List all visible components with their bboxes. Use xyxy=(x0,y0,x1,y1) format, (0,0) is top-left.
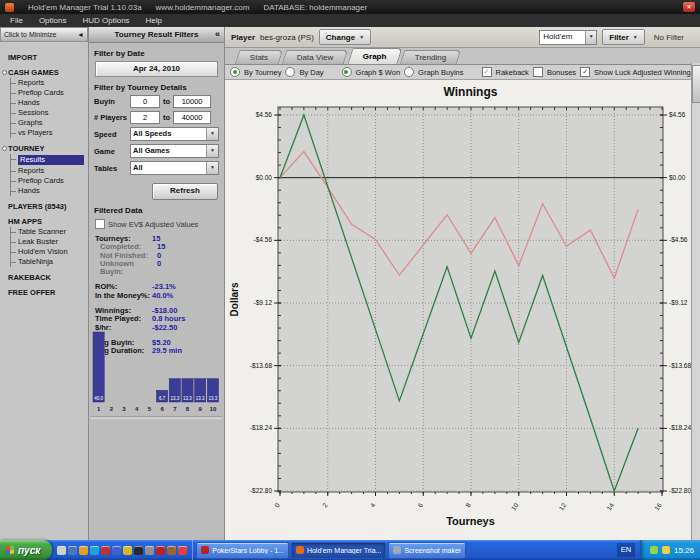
chevron-down-icon[interactable]: ▼ xyxy=(585,31,596,44)
chevron-down-icon: ▼ xyxy=(633,34,638,40)
sidebar-section-import[interactable]: IMPORT xyxy=(8,53,88,62)
svg-text:6: 6 xyxy=(160,406,164,412)
svg-text:-$13.68: -$13.68 xyxy=(250,362,272,369)
svg-text:8: 8 xyxy=(186,406,190,412)
tab-strip: Stats Data View Graph Trending xyxy=(225,48,700,65)
sidebar-section-free-offer[interactable]: FREE OFFER xyxy=(8,288,88,297)
tray-volume-icon[interactable] xyxy=(662,546,670,554)
bonuses-checkbox[interactable] xyxy=(533,67,543,77)
date-filter-button[interactable]: Apr 24, 2010 xyxy=(95,61,218,77)
tab-graph[interactable]: Graph xyxy=(347,48,402,64)
speed-filter-row: Speed All Speeds ▼ xyxy=(94,127,219,141)
change-player-button[interactable]: Change ▼ xyxy=(319,29,371,45)
sidebar-item-hands[interactable]: Hands xyxy=(11,98,88,108)
by-tourney-radio[interactable] xyxy=(230,67,240,77)
quicklaunch-icon-9[interactable] xyxy=(145,546,154,555)
by-day-radio[interactable] xyxy=(285,67,295,77)
tables-select[interactable]: All ▼ xyxy=(130,161,219,175)
sidebar-item-leak-buster[interactable]: Leak Buster xyxy=(11,237,88,247)
game-select[interactable]: All Games ▼ xyxy=(130,144,219,158)
menu-file[interactable]: File xyxy=(10,16,23,25)
task-buttons: PokerStars Lobby - 1...Hold'em Manager T… xyxy=(193,542,466,559)
ev-adjusted-checkbox[interactable] xyxy=(95,219,105,229)
quicklaunch-icon-6[interactable] xyxy=(112,546,121,555)
start-button[interactable]: пуск xyxy=(0,540,52,560)
sidebar: Click to Minimize ◄ IMPORTCASH GAMESRepo… xyxy=(0,27,89,540)
stat-row-in-the-money: In the Money%:40.0% xyxy=(95,292,218,300)
svg-text:10: 10 xyxy=(210,406,217,412)
filter-button[interactable]: Filter ▼ xyxy=(602,29,645,45)
menu-help[interactable]: Help xyxy=(146,16,162,25)
task-icon xyxy=(201,546,209,554)
quicklaunch-icon-11[interactable] xyxy=(167,546,176,555)
tab-data-view[interactable]: Data View xyxy=(282,50,349,64)
sidebar-item-reports[interactable]: Reports xyxy=(11,78,88,88)
windows-logo-icon xyxy=(6,545,14,554)
menu-hud-options[interactable]: HUD Options xyxy=(82,16,129,25)
tab-stats[interactable]: Stats xyxy=(235,50,284,64)
finish-distribution-svg: 40.0123456.7613.3713.3813.3913.310 xyxy=(91,327,222,423)
menu-options[interactable]: Options xyxy=(39,16,67,25)
close-icon[interactable]: ✕ xyxy=(683,2,695,12)
taskbar: пуск PokerStars Lobby - 1...Hold'em Mana… xyxy=(0,540,700,560)
tab-trending[interactable]: Trending xyxy=(400,50,462,64)
buyin-to-input[interactable] xyxy=(173,95,211,108)
rakeback-checkbox[interactable]: ✓ xyxy=(482,67,492,77)
taskbar-task-pokerstars-lobby-1[interactable]: PokerStars Lobby - 1... xyxy=(196,542,289,559)
winnings-chart-area: $4.56$4.56$0.00$0.00-$4.56-$4.56-$9.12-$… xyxy=(225,77,692,540)
sidebar-section-cash-games[interactable]: CASH GAMES xyxy=(8,68,88,77)
to-label: to xyxy=(163,97,170,106)
players-from-input[interactable] xyxy=(130,111,160,124)
sidebar-section-players-8543[interactable]: PLAYERS (8543) xyxy=(8,202,88,211)
collapse-panel-icon[interactable]: « xyxy=(215,27,220,42)
sidebar-item-tableninja[interactable]: TableNinja xyxy=(11,257,88,267)
taskbar-task-hold-em-manager-tria[interactable]: Hold'em Manager Tria... xyxy=(291,542,386,559)
scrollbar-thumb[interactable] xyxy=(692,65,700,103)
buyin-from-input[interactable] xyxy=(130,95,160,108)
speed-select[interactable]: All Speeds ▼ xyxy=(130,127,219,141)
vertical-scrollbar[interactable] xyxy=(691,63,700,540)
quicklaunch-icon-3[interactable] xyxy=(79,546,88,555)
sidebar-item-preflop-cards[interactable]: Preflop Cards xyxy=(11,176,88,186)
sidebar-item-table-scanner[interactable]: Table Scanner xyxy=(11,227,88,237)
quicklaunch-icon-2[interactable] xyxy=(68,546,77,555)
language-indicator[interactable]: EN xyxy=(617,543,635,557)
sidebar-item-reports[interactable]: Reports xyxy=(11,166,88,176)
chevron-down-icon[interactable]: ▼ xyxy=(206,162,218,174)
quicklaunch-icon-5[interactable] xyxy=(101,546,110,555)
luck-adjusted-checkbox[interactable]: ✓ xyxy=(580,67,590,77)
sidebar-section-rakeback[interactable]: RAKEBACK xyxy=(8,273,88,282)
quicklaunch-icon-12[interactable] xyxy=(178,546,187,555)
sidebar-item-sessions[interactable]: Sessions xyxy=(11,108,88,118)
chevron-down-icon[interactable]: ▼ xyxy=(206,145,218,157)
svg-text:4: 4 xyxy=(369,501,377,508)
taskbar-task-screenshot-maker[interactable]: Screenshot maker xyxy=(388,542,466,559)
chevron-down-icon[interactable]: ▼ xyxy=(206,128,218,140)
quicklaunch-icon-10[interactable] xyxy=(156,546,165,555)
svg-text:$0.00: $0.00 xyxy=(256,174,273,181)
svg-text:-$18.24: -$18.24 xyxy=(250,424,272,431)
menubar: File Options HUD Options Help xyxy=(0,14,700,28)
players-to-input[interactable] xyxy=(173,111,211,124)
sidebar-section-tourney[interactable]: TOURNEY xyxy=(8,144,88,153)
task-icon xyxy=(296,546,304,554)
tray-status-icon[interactable] xyxy=(650,546,658,554)
sidebar-minimize-button[interactable]: Click to Minimize ◄ xyxy=(0,27,88,42)
sidebar-section-hm-apps[interactable]: HM APPS xyxy=(8,217,88,226)
quicklaunch-icon-7[interactable] xyxy=(123,546,132,555)
sidebar-item-vs-players[interactable]: vs Players xyxy=(11,128,88,138)
sidebar-item-hold-em-vision[interactable]: Hold'em Vision xyxy=(11,247,88,257)
sidebar-item-results[interactable]: Results xyxy=(11,154,88,166)
sidebar-item-graphs[interactable]: Graphs xyxy=(11,118,88,128)
sidebar-item-hands[interactable]: Hands xyxy=(11,186,88,196)
sidebar-item-preflop-cards[interactable]: Preflop Cards xyxy=(11,88,88,98)
quicklaunch-icon-8[interactable] xyxy=(134,546,143,555)
refresh-button[interactable]: Refresh xyxy=(152,183,218,200)
svg-text:Winnings: Winnings xyxy=(444,85,498,99)
quicklaunch-icon-4[interactable] xyxy=(90,546,99,555)
game-type-select[interactable]: Hold'em ▼ xyxy=(539,30,597,45)
graph-buyins-radio[interactable] xyxy=(404,67,414,77)
quicklaunch-icon-1[interactable] xyxy=(57,546,66,555)
rakeback-label: Rakeback xyxy=(496,68,529,77)
graph-won-radio[interactable] xyxy=(342,67,352,77)
